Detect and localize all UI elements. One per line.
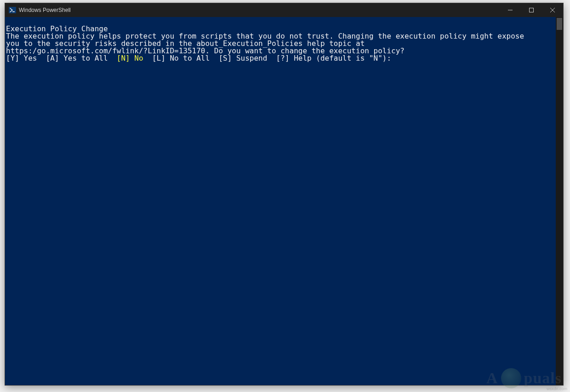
prompt-line: [Y] Yes [A] Yes to All [N] No [L] No to … bbox=[6, 54, 391, 62]
scrollbar-thumb[interactable] bbox=[557, 18, 562, 30]
prompt-post: [L] No to All [S] Suspend [?] Help (defa… bbox=[143, 54, 391, 62]
minimize-button[interactable] bbox=[500, 3, 521, 17]
powershell-window: Windows PowerShell Execution Policy Chan… bbox=[5, 3, 564, 386]
prompt-default-option: [N] No bbox=[117, 54, 143, 62]
close-button[interactable] bbox=[542, 3, 563, 17]
titlebar[interactable]: Windows PowerShell bbox=[5, 3, 563, 17]
source-label: wsxdn.com bbox=[547, 386, 567, 391]
powershell-icon bbox=[9, 6, 16, 14]
window-controls bbox=[500, 3, 563, 17]
vertical-scrollbar[interactable] bbox=[556, 17, 563, 385]
svg-rect-3 bbox=[530, 8, 534, 12]
window-title: Windows PowerShell bbox=[19, 7, 71, 13]
terminal-output[interactable]: Execution Policy Change The execution po… bbox=[5, 17, 563, 385]
maximize-button[interactable] bbox=[521, 3, 542, 17]
prompt-pre: [Y] Yes [A] Yes to All bbox=[6, 54, 117, 62]
